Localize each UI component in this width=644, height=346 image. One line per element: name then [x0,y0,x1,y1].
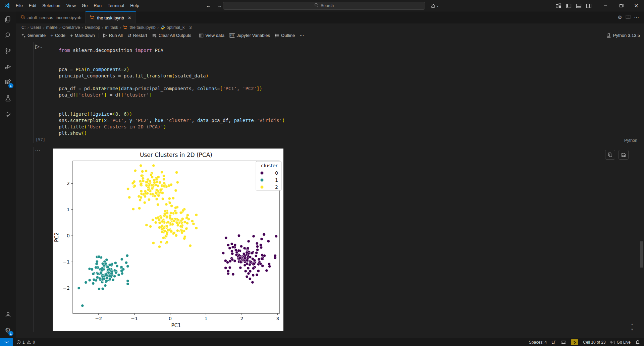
toolbar-icon [21,33,26,38]
editor-scrollbar[interactable] [640,241,643,268]
toolbar-markdown-button[interactable]: +Markdown [68,32,97,39]
copy-output-button[interactable] [605,150,615,160]
extensions-icon[interactable]: 1 [0,74,16,90]
menu-terminal[interactable]: Terminal [105,0,127,11]
svg-text:−2: −2 [95,316,102,321]
toolbar-more-actions-button[interactable]: ⋯ [297,32,306,39]
toggle-panel-icon[interactable] [574,1,583,10]
execution-count: [57] [36,137,45,142]
remote-indicator[interactable]: >< [0,338,13,346]
breadcrumb-separator: › [157,25,159,30]
breadcrumb-item[interactable]: ml task [105,25,118,30]
split-editor-icon[interactable] [626,14,631,20]
search-icon [314,3,319,8]
breadcrumb-item[interactable]: optimal_k = 3 [160,25,192,30]
toggle-secondary-sidebar-icon[interactable] [584,1,593,10]
menu-selection[interactable]: Selection [39,0,63,11]
customize-layout-icon[interactable] [554,1,563,10]
toolbar-clear-all-outputs-button[interactable]: Clear All Outputs [150,32,194,39]
svg-text:PC2: PC2 [54,232,60,242]
extension-extra-icon[interactable] [0,106,16,122]
scroll-down-icon[interactable]: ▼ [631,328,634,331]
more-actions-icon[interactable]: ⋯ [634,14,639,20]
breadcrumb-item[interactable]: OneDrive [62,25,80,30]
notifications-bell-icon[interactable] [633,338,644,346]
restore-button[interactable] [613,0,629,11]
code-line: pca_df['cluster'] = df['cluster'] [59,92,285,98]
breadcrumb-item[interactable]: Users [31,25,42,30]
toolbar-jupyter-variables-button[interactable]: (x)Jupyter Variables [227,32,272,39]
go-live-button[interactable]: Go Live [608,338,633,346]
tab-the-task[interactable]: the task.ipynb ✕ [86,11,136,23]
run-debug-icon[interactable] [0,59,16,74]
activity-bar: 1 ⚙ 1 [0,11,16,338]
close-window-button[interactable]: ✕ [629,0,644,11]
extension-status-icon[interactable] [569,338,581,346]
profile-sync-button[interactable]: ⌄ [430,0,439,11]
menu-bar: FileEditSelectionViewGoRunTerminalHelp [13,0,142,11]
save-output-button[interactable] [619,150,629,160]
kernel-picker[interactable]: Python 3.13.5 [606,31,640,40]
code-line: sns.scatterplot(x='PC1', y='PC2', hue='c… [59,117,285,124]
toolbar-restart-button[interactable]: ↺Restart [125,32,150,39]
svg-text:−1: −1 [63,259,70,265]
tab-label: adult_census_income.ipynb [28,15,81,20]
search-sidebar-icon[interactable] [0,27,16,43]
tab-adult-census-income[interactable]: adult_census_income.ipynb [16,11,86,23]
eol-indicator[interactable]: LF [549,338,558,346]
toolbar-outline-button[interactable]: Outline [272,32,297,39]
toolbar-run-all-button[interactable]: Run All [100,32,125,39]
code-line [59,54,285,60]
search-input[interactable]: Search [223,2,425,10]
problems-indicator[interactable]: 1 0 [14,338,37,346]
menu-edit[interactable]: Edit [26,0,39,11]
output-focus-bar [34,147,34,332]
testing-icon[interactable] [0,90,16,106]
navigate-forward-icon[interactable]: → [217,3,222,8]
code-line: pca_df = pd.DataFrame(data=principal_com… [59,85,285,92]
svg-text:1: 1 [67,207,70,212]
menu-file[interactable]: File [13,0,26,11]
breadcrumb-separator: › [82,25,83,30]
settings-gear-icon[interactable]: ⚙ 1 [0,322,16,338]
breadcrumb-separator: › [102,25,103,30]
menu-help[interactable]: Help [127,0,142,11]
code-line: plt.show() [59,130,285,136]
notebook-settings-icon[interactable]: ⚙ [618,14,622,20]
cell-language-label[interactable]: Python [624,138,637,143]
toolbar-code-button[interactable]: +Code [48,32,68,39]
navigate-back-icon[interactable]: ← [206,3,211,8]
breadcrumb-item[interactable]: Desktop [85,25,100,30]
minimize-button[interactable] [598,0,613,11]
menu-go[interactable]: Go [79,0,91,11]
breadcrumb: C:›Users›malne›OneDrive›Desktop›ml task›… [16,23,644,31]
code-line: plt.figure(figsize=(8, 6)) [59,111,285,117]
toolbar-icon [275,33,279,38]
breadcrumb-separator: › [120,25,121,30]
explorer-icon[interactable] [0,11,16,27]
breadcrumb-item[interactable]: the task.ipynb [123,25,155,30]
accounts-icon[interactable] [0,306,16,322]
run-cell-button[interactable]: ▷⌄ [35,43,43,50]
scroll-up-icon[interactable]: ▲ [631,323,634,326]
menu-run[interactable]: Run [91,0,105,11]
toolbar-generate-button[interactable]: Generate [19,32,48,39]
close-tab-icon[interactable]: ✕ [128,15,131,20]
code-line: principal_components = pca.fit_transform… [59,73,285,79]
menu-view[interactable]: View [63,0,79,11]
svg-text:2: 2 [275,184,278,190]
toolbar-icon [103,33,107,38]
output-collapse-button[interactable]: ··· [35,148,41,153]
toolbar-separator [99,33,99,38]
cell-indicator[interactable]: Cell 10 of 23 [581,338,608,346]
tab-bar: adult_census_income.ipynb the task.ipynb… [16,11,644,23]
cell-code-editor[interactable]: from sklearn.decomposition import PCA pc… [59,47,285,136]
toggle-primary-sidebar-icon[interactable] [564,1,573,10]
breadcrumb-item[interactable]: C: [21,25,26,30]
toolbar-view-data-button[interactable]: View data [197,32,227,39]
source-control-icon[interactable] [0,43,16,59]
indentation-indicator[interactable]: Spaces: 4 [527,338,549,346]
svg-text:1: 1 [205,316,208,321]
breadcrumb-item[interactable]: malne [46,25,58,30]
copilot-icon[interactable] [558,338,569,346]
